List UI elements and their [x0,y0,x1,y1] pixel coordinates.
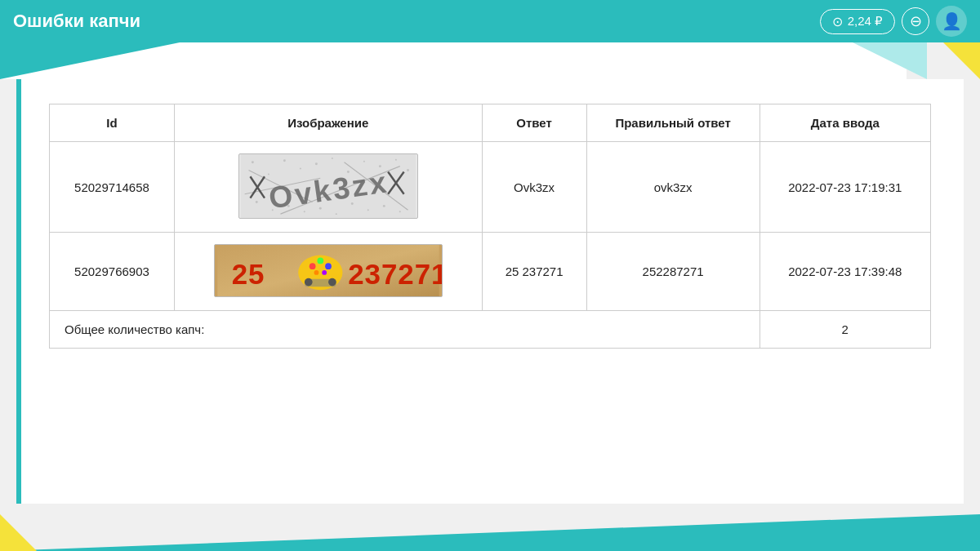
svg-point-4 [300,168,301,170]
total-value: 2 [760,311,930,349]
svg-point-37 [328,278,336,287]
cell-date-2: 2022-07-23 17:39:48 [760,233,930,311]
cell-image-2: 25 [174,233,482,311]
balance-badge: ⊙ 2,24 ₽ [820,9,895,34]
table-total-row: Общее количество капч: 2 [50,311,931,349]
page-title: Ошибки капчи [13,11,140,32]
table-row: 52029766903 [50,233,931,311]
col-image: Изображение [174,104,482,142]
cell-date-1: 2022-07-23 17:19:31 [760,142,930,233]
svg-point-21 [399,211,400,212]
header-controls: ⊙ 2,24 ₽ ⊖ 👤 [820,6,967,37]
svg-point-11 [407,169,409,171]
cell-answer-1: Ovk3zx [482,142,586,233]
captcha-image-1: Ovk3zx [238,153,418,219]
captcha-errors-table: Id Изображение Ответ Правильный ответ Да… [49,104,931,349]
main-content-area: Id Изображение Ответ Правильный ответ Да… [16,79,964,504]
cell-correct-1: ovk3zx [586,142,760,233]
svg-point-38 [309,263,315,269]
cell-image-1: Ovk3zx [174,142,482,233]
cell-id-1: 52029714658 [50,142,175,233]
deco-strip-top [0,42,980,79]
cell-id-2: 52029766903 [50,233,175,311]
svg-point-10 [395,159,397,161]
svg-point-6 [332,158,333,159]
svg-point-12 [256,201,258,203]
svg-text:237271: 237271 [348,258,442,290]
table-header-row: Id Изображение Ответ Правильный ответ Да… [50,104,931,142]
col-correct-answer: Правильный ответ [586,104,760,142]
captcha-image-2: 25 [214,244,443,297]
svg-text:25: 25 [231,258,265,290]
avatar-button[interactable]: 👤 [936,6,967,37]
cell-answer-2: 25 237271 [482,233,586,311]
svg-point-17 [335,213,336,215]
app-header: Ошибки капчи ⊙ 2,24 ₽ ⊖ 👤 [0,0,980,42]
total-label: Общее количество капч: [50,311,760,349]
svg-point-1 [252,161,254,163]
table-row: 52029714658 [50,142,931,233]
cell-correct-2: 252287271 [586,233,760,311]
svg-point-19 [367,209,368,211]
svg-point-41 [314,270,318,275]
svg-point-20 [383,205,385,207]
svg-point-40 [325,263,332,269]
svg-point-42 [322,270,327,275]
col-id: Id [50,104,175,142]
user-icon: 👤 [942,11,962,31]
deco-strip-bottom [0,514,980,551]
svg-point-36 [305,278,313,287]
balance-value: 2,24 ₽ [848,14,883,29]
coin-icon: ⊙ [832,14,843,29]
svg-point-8 [363,161,365,162]
svg-point-39 [317,258,323,264]
svg-point-2 [268,173,270,175]
svg-point-3 [283,159,286,162]
minus-button[interactable]: ⊖ [902,7,929,35]
svg-point-5 [315,162,318,165]
svg-point-15 [303,211,305,212]
col-date: Дата ввода [760,104,930,142]
minus-icon: ⊖ [910,12,922,30]
col-answer: Ответ [482,104,586,142]
